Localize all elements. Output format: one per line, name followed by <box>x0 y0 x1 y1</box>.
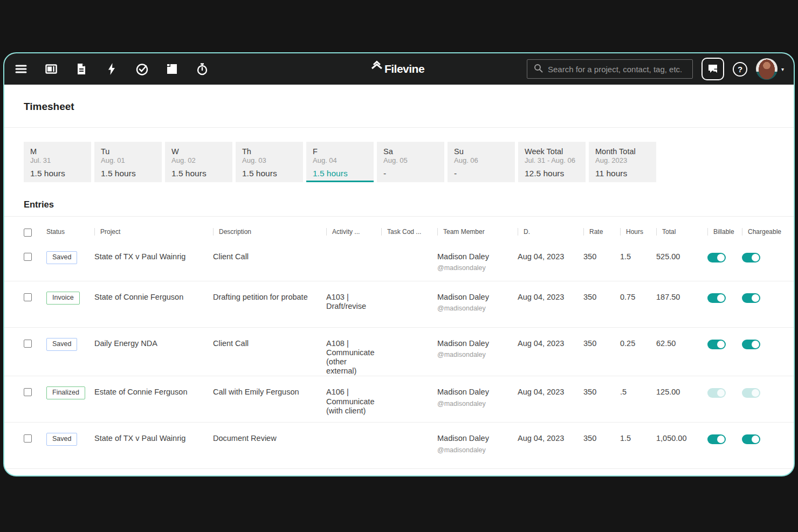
entries-table-header: Status Project Description Activity ... … <box>4 217 794 241</box>
stopwatch-icon[interactable] <box>191 58 214 80</box>
briefcase-icon[interactable] <box>161 58 183 80</box>
day-date: Jul. 31 <box>30 156 85 164</box>
layout-panel-icon[interactable] <box>40 58 63 80</box>
total-cell: 187.50 <box>656 293 707 302</box>
team-member-name: Madison Daley <box>437 388 512 397</box>
filevine-chevrons-icon <box>370 59 383 74</box>
day-hours: - <box>454 169 508 178</box>
day-hours: 1.5 hours <box>30 169 85 178</box>
project-cell: Estate of Connie Ferguson <box>94 388 213 397</box>
row-checkbox[interactable] <box>24 293 32 301</box>
total-cell: 62.50 <box>656 339 707 348</box>
status-badge[interactable]: Saved <box>46 251 77 264</box>
logo-text: Filevine <box>384 63 424 75</box>
rate-cell: 350 <box>583 252 620 261</box>
avatar[interactable] <box>756 58 778 80</box>
help-button[interactable]: ? <box>733 62 747 77</box>
project-cell: State of TX v Paul Wainrig <box>94 434 213 443</box>
select-all-checkbox[interactable] <box>24 229 32 237</box>
top-navbar: Filevine ? ▾ <box>4 53 794 85</box>
table-row: Finalized Estate of Connie Ferguson Call… <box>4 376 794 423</box>
row-checkbox[interactable] <box>24 253 32 261</box>
day-label: Sa <box>383 147 438 156</box>
day-summary-card[interactable]: Week Total Jul. 31 - Aug. 06 12.5 hours <box>518 142 586 182</box>
day-summary-card[interactable]: Th Aug. 03 1.5 hours <box>236 142 303 182</box>
day-label: Th <box>242 147 297 156</box>
chevron-down-icon: ▾ <box>781 66 784 72</box>
total-cell: 1,050.00 <box>656 434 707 443</box>
status-badge[interactable]: Saved <box>46 433 77 446</box>
day-date: Jul. 31 - Aug. 06 <box>525 156 579 164</box>
day-label: Week Total <box>525 147 579 156</box>
search-input[interactable] <box>548 65 686 74</box>
day-date: Aug. 04 <box>313 156 367 164</box>
row-checkbox[interactable] <box>24 434 32 443</box>
description-cell: Document Review <box>213 434 326 443</box>
chat-icon <box>707 63 719 76</box>
team-member-name: Madison Daley <box>437 339 512 348</box>
document-icon[interactable] <box>70 58 93 80</box>
project-cell: State of Connie Ferguson <box>94 293 213 302</box>
chargeable-toggle[interactable] <box>742 388 760 398</box>
entries-table-body: Saved State of TX v Paul Wainrig Client … <box>4 241 794 469</box>
chargeable-toggle[interactable] <box>742 253 760 262</box>
column-header-activity[interactable]: Activity ... <box>326 228 381 236</box>
column-header-project[interactable]: Project <box>94 228 213 236</box>
day-date: Aug. 01 <box>101 156 155 164</box>
column-header-task-code[interactable]: Task Cod ... <box>381 228 437 236</box>
column-header-description[interactable]: Description <box>213 228 326 236</box>
chargeable-toggle[interactable] <box>742 293 760 303</box>
billable-toggle[interactable] <box>707 434 726 444</box>
team-member-handle: @madisondaley <box>437 400 512 408</box>
day-summary-card[interactable]: Tu Aug. 01 1.5 hours <box>94 142 162 182</box>
column-header-total[interactable]: Total <box>656 228 707 236</box>
row-checkbox[interactable] <box>24 340 32 348</box>
team-member-name: Madison Daley <box>437 434 512 443</box>
question-mark-icon: ? <box>738 65 742 74</box>
entries-title: Entries <box>4 182 794 216</box>
activity-cell: A103 | Draft/revise <box>326 293 381 311</box>
day-label: F <box>313 147 367 156</box>
date-cell: Aug 04, 2023 <box>518 434 583 443</box>
activity-cell: A108 | Communicate (other external) <box>326 339 381 376</box>
billable-toggle[interactable] <box>707 253 726 262</box>
billable-toggle[interactable] <box>707 293 726 303</box>
day-summary-card[interactable]: W Aug. 02 1.5 hours <box>165 142 232 182</box>
column-header-billable[interactable]: Billable <box>707 228 742 236</box>
status-badge[interactable]: Finalized <box>46 386 85 399</box>
day-summary-card[interactable]: M Jul. 31 1.5 hours <box>24 142 91 182</box>
day-hours: 1.5 hours <box>171 169 226 178</box>
day-summary-card[interactable]: F Aug. 04 1.5 hours <box>306 142 374 182</box>
column-header-status[interactable]: Status <box>46 228 94 236</box>
day-summary-card[interactable]: Sa Aug. 05 - <box>377 142 444 182</box>
team-member-handle: @madisondaley <box>437 446 512 454</box>
column-header-date[interactable]: D. <box>518 228 583 236</box>
billable-toggle[interactable] <box>707 388 726 398</box>
check-circle-icon[interactable] <box>130 58 153 80</box>
lightning-bolt-icon[interactable] <box>100 58 123 80</box>
status-badge[interactable]: Invoice <box>46 292 80 305</box>
column-header-team-member[interactable]: Team Member <box>437 228 518 236</box>
column-header-hours[interactable]: Hours <box>620 228 656 236</box>
day-date: Aug. 02 <box>171 156 226 164</box>
column-header-rate[interactable]: Rate <box>583 228 620 236</box>
team-member-handle: @madisondaley <box>437 305 512 313</box>
week-summary-row: M Jul. 31 1.5 hours Tu Aug. 01 1.5 hours… <box>4 128 794 182</box>
table-row: Invoice State of Connie Ferguson Draftin… <box>4 281 794 328</box>
day-summary-card[interactable]: Su Aug. 06 - <box>448 142 515 182</box>
chargeable-toggle[interactable] <box>742 340 760 349</box>
user-menu[interactable]: ▾ <box>756 58 784 80</box>
status-badge[interactable]: Saved <box>46 338 77 351</box>
hamburger-menu-icon[interactable] <box>10 58 32 80</box>
global-search[interactable] <box>527 59 693 79</box>
navbar-right-group: ? ▾ <box>527 58 784 80</box>
column-header-chargeable[interactable]: Chargeable <box>742 228 786 236</box>
hours-cell: 0.75 <box>620 293 656 302</box>
chat-button[interactable] <box>701 58 724 80</box>
row-checkbox[interactable] <box>24 388 32 396</box>
team-member-handle: @madisondaley <box>437 351 512 359</box>
billable-toggle[interactable] <box>707 340 726 349</box>
filevine-logo[interactable]: Filevine <box>370 58 424 80</box>
chargeable-toggle[interactable] <box>742 434 760 444</box>
day-summary-card[interactable]: Month Total Aug. 2023 11 hours <box>589 142 656 182</box>
